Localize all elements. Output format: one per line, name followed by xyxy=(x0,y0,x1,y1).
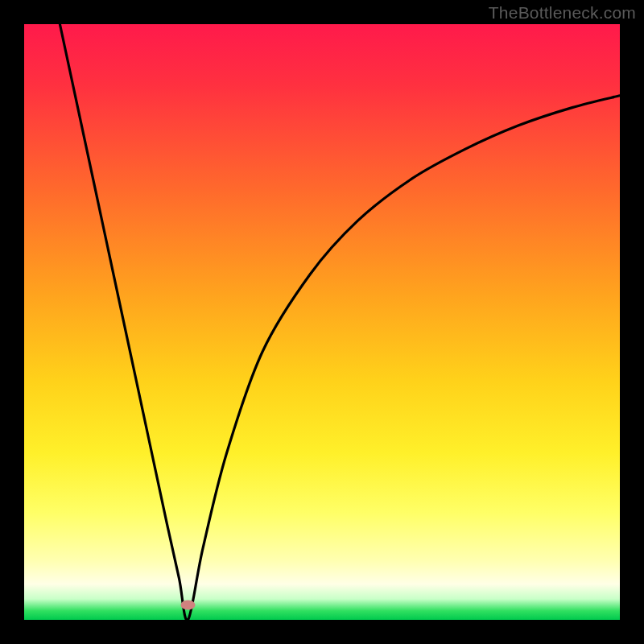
chart-stage: TheBottleneck.com xyxy=(0,0,644,644)
optimal-point-marker xyxy=(181,601,196,610)
plot-area xyxy=(24,24,620,620)
watermark-text: TheBottleneck.com xyxy=(489,3,636,23)
bottleneck-chart xyxy=(0,0,644,644)
